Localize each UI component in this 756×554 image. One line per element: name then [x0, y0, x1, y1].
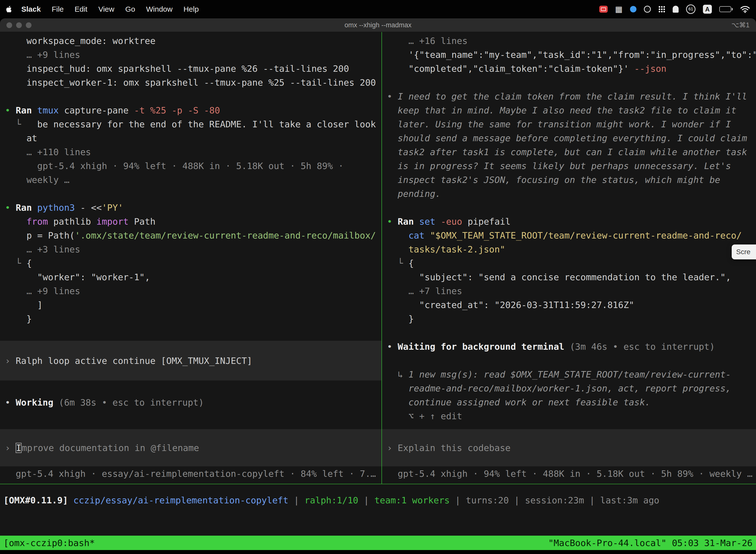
terminal-line: … +9 lines: [5, 48, 381, 62]
terminal-line: [387, 201, 756, 215]
screen-sharing-popup[interactable]: Scre: [732, 244, 756, 259]
gauge-icon[interactable]: 61: [686, 4, 695, 14]
tmux-session-name: [omx-cczip0:bash*: [3, 538, 95, 548]
terminal-line: … +3 lines: [5, 242, 381, 257]
terminal-line: is in progress? It seems likely but perh…: [387, 159, 756, 173]
menu-item-help[interactable]: Help: [178, 5, 204, 13]
left-terminal-pane[interactable]: workspace_mode: worktree … +9 lines insp…: [0, 32, 381, 484]
terminal-bottom-gap: [0, 511, 756, 536]
menu-item-window[interactable]: Window: [141, 5, 178, 13]
terminal-line: keep that in mind. Maybe I also need the…: [387, 104, 756, 117]
terminal-line: inspect task2's JSON, focusing on the st…: [387, 173, 756, 187]
ghost-icon[interactable]: [673, 6, 679, 13]
terminal-line: [387, 354, 756, 368]
terminal-line: • Ran python3 - <<'PY': [5, 201, 381, 215]
terminal-line: should send a message before completing …: [387, 131, 756, 145]
terminal-line: … +7 lines: [387, 284, 756, 298]
terminal-line: └ {: [5, 257, 381, 270]
screen-sharing-popup-text: Scre: [736, 248, 751, 256]
terminal-line: gpt-5.4 xhigh · 94% left · 488K in · 5.1…: [5, 159, 381, 173]
wifi-icon[interactable]: [740, 5, 750, 13]
terminal-line: cat "$OMX_TEAM_STATE_ROOT/team/review-cu…: [387, 229, 756, 242]
terminal-line: from pathlib import Path: [5, 215, 381, 229]
terminal-line: readme-and-reco/mailbox/worker-1.json, a…: [387, 382, 756, 395]
bottom-strip: [0, 550, 756, 554]
dark-circle-icon[interactable]: [644, 6, 651, 13]
working-status-line: • Working (6m 38s • esc to interrupt): [0, 396, 381, 409]
terminal-line: "worker": "worker-1",: [5, 270, 381, 284]
terminal-split: workspace_mode: worktree … +9 lines insp…: [0, 32, 756, 484]
terminal-line: [5, 187, 381, 201]
terminal-line: inspect_worker-1: omx sparkshell --tmux-…: [5, 76, 381, 90]
terminal-line: }: [387, 312, 756, 326]
menu-left: Slack File Edit View Go Window Help: [6, 5, 204, 13]
battery-icon[interactable]: [719, 6, 733, 12]
menu-bar: Slack File Edit View Go Window Help ▦ 61…: [0, 0, 756, 18]
apple-menu-icon[interactable]: [6, 5, 12, 13]
tmux-status-bar: [omx-cczip0:bash* "MacBook-Pro-44.local"…: [0, 536, 756, 550]
traffic-lights: [6, 18, 32, 32]
omx-session-status-line: [OMX#0.11.9] cczip/essay/ai-reimplementa…: [0, 484, 756, 511]
menu-item-slack[interactable]: Slack: [16, 5, 46, 13]
tmux-host-clock: "MacBook-Pro-44.local" 05:03 31-Mar-26: [548, 538, 753, 548]
terminal-line: pending.: [387, 187, 756, 201]
prompt-input-right[interactable]: › Explain this codebase: [382, 429, 756, 466]
terminal-line: inspect_hud: omx sparkshell --tmux-pane …: [5, 62, 381, 76]
prompt-input-left[interactable]: › Improve documentation in @filename: [0, 429, 381, 466]
terminal-line: ↳ 1 new msg(s): read $OMX_TEAM_STATE_ROO…: [387, 368, 756, 382]
menu-bar-status-icons: ▦ 61 A: [599, 4, 750, 14]
terminal-line: … +9 lines: [5, 284, 381, 298]
terminal-line: task2 after task1 is complete, but can I…: [387, 145, 756, 159]
pane-divider[interactable]: [381, 32, 382, 484]
terminal-line: p = Path('.omx/state/team/review-current…: [5, 229, 381, 242]
terminal-line: ]: [5, 298, 381, 312]
keyboard-grid-icon[interactable]: ▦: [615, 5, 623, 13]
terminal-window: omx --xhigh --madmax ⌥⌘1 workspace_mode:…: [0, 18, 756, 554]
menu-item-view[interactable]: View: [93, 5, 120, 13]
terminal-line: "subject": "send a concise recommendatio…: [387, 270, 756, 284]
menu-item-edit[interactable]: Edit: [69, 5, 93, 13]
terminal-line: [5, 90, 381, 104]
terminal-line: └ {: [387, 257, 756, 270]
terminal-line: }: [5, 312, 381, 326]
screen-recording-icon[interactable]: [599, 6, 608, 13]
close-button[interactable]: [6, 22, 12, 28]
terminal-line: weekly …: [5, 173, 381, 187]
window-title: omx --xhigh --madmax: [344, 21, 412, 29]
input-source-icon[interactable]: A: [703, 5, 712, 14]
terminal-line: later. Using the same for transition mig…: [387, 117, 756, 131]
window-shortcut-hint: ⌥⌘1: [732, 18, 750, 32]
dots-grid-icon[interactable]: [658, 6, 665, 13]
terminal-line: workspace_mode: worktree: [5, 34, 381, 48]
terminal-line: └ be necessary for the end of the README…: [5, 117, 381, 131]
terminal-line: "created_at": "2026-03-31T11:59:27.816Z": [387, 298, 756, 312]
terminal-line: • Waiting for background terminal (3m 46…: [387, 340, 756, 354]
terminal-line: … +110 lines: [5, 145, 381, 159]
right-terminal-pane[interactable]: … +16 lines '{"team_name":"my-team","tas…: [382, 32, 756, 484]
terminal-line: '{"team_name":"my-team","task_id":"1","f…: [387, 48, 756, 62]
terminal-line: • Ran set -euo pipefail: [387, 215, 756, 229]
right-model-status-line: gpt-5.4 xhigh · 94% left · 488K in · 5.1…: [382, 467, 756, 481]
ralph-loop-banner: › Ralph loop active continue [OMX_TMUX_I…: [0, 341, 381, 381]
minimize-button[interactable]: [16, 22, 22, 28]
terminal-line: [387, 326, 756, 340]
menu-item-file[interactable]: File: [46, 5, 69, 13]
right-pane-scrollback: … +16 lines '{"team_name":"my-team","tas…: [382, 32, 756, 423]
terminal-line: tasks/task-2.json": [387, 242, 756, 257]
terminal-line: ⌥ + ↑ edit: [387, 409, 756, 423]
left-model-status-line: gpt-5.4 xhigh · essay/ai-reimplementatio…: [0, 467, 381, 481]
terminal-line: • Ran tmux capture-pane -t %25 -p -S -80: [5, 104, 381, 117]
left-pane-scrollback: workspace_mode: worktree … +9 lines insp…: [0, 32, 381, 326]
menu-item-go[interactable]: Go: [120, 5, 141, 13]
terminal-line: • I need to get the claim token from the…: [387, 90, 756, 104]
terminal-line: [387, 76, 756, 90]
window-title-bar: omx --xhigh --madmax ⌥⌘1: [0, 18, 756, 32]
droplet-icon[interactable]: [630, 6, 636, 12]
terminal-line: "completed","claim_token":"claim-token"}…: [387, 62, 756, 76]
terminal-line: continue assigned work or next feasible …: [387, 395, 756, 409]
zoom-button[interactable]: [26, 22, 32, 28]
terminal-line: … +16 lines: [387, 34, 756, 48]
terminal-line: at: [5, 131, 381, 145]
